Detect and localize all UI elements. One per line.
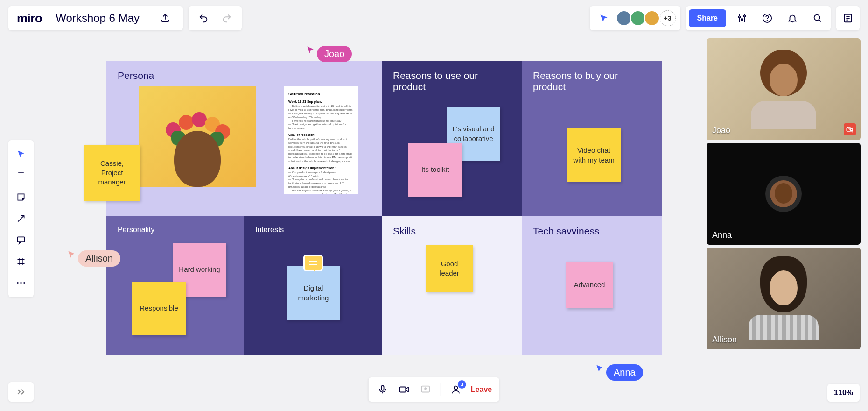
notifications-icon[interactable] [783, 9, 802, 28]
mic-icon[interactable] [376, 383, 389, 396]
camera-off-icon [844, 123, 856, 135]
svg-point-4 [767, 21, 768, 21]
expand-panel-icon[interactable] [8, 382, 34, 402]
video-panel: Joao Anna Allison [707, 38, 861, 349]
user-avatar-2[interactable] [630, 10, 646, 26]
comment-icon[interactable] [303, 255, 323, 271]
leave-button[interactable]: Leave [471, 385, 492, 394]
cursor-joao: Joao [306, 37, 352, 62]
actions-bar: Share [686, 6, 831, 30]
user-avatar-1[interactable] [616, 10, 632, 26]
history-controls [189, 6, 242, 30]
svg-point-5 [814, 15, 820, 21]
share-button[interactable]: Share [689, 9, 726, 27]
frame-title: Interests [255, 226, 371, 234]
sticky-cassie[interactable]: Cassie, Project manager [84, 145, 140, 201]
screenshare-icon[interactable] [419, 383, 432, 396]
settings-icon[interactable] [733, 9, 751, 28]
divider [149, 11, 149, 25]
more-tools[interactable] [11, 274, 31, 292]
divider [441, 383, 441, 396]
svg-point-9 [20, 282, 22, 284]
svg-rect-12 [400, 387, 406, 392]
camera-icon[interactable] [398, 383, 411, 396]
export-icon[interactable] [156, 9, 175, 28]
undo-icon[interactable] [194, 9, 213, 28]
svg-point-0 [739, 16, 741, 18]
cursor-allison: Allison [67, 242, 120, 267]
svg-point-2 [744, 15, 746, 17]
text-tool[interactable] [11, 166, 31, 185]
search-icon[interactable] [808, 9, 827, 28]
sticky-advanced[interactable]: Advanced [566, 262, 613, 308]
sticky-videochat[interactable]: Video chat with my team [567, 128, 621, 182]
canvas[interactable]: Persona Solution research Week 19-23 Sep… [106, 61, 662, 355]
extra-users-count[interactable]: +3 [660, 10, 676, 26]
svg-point-1 [741, 19, 743, 21]
svg-point-8 [17, 282, 19, 284]
cursor-mode-icon[interactable] [595, 9, 613, 28]
toolbar [8, 140, 34, 297]
help-icon[interactable] [758, 9, 777, 28]
participants-count: 3 [458, 380, 466, 389]
frame-title: Tech savviness [533, 226, 651, 237]
zoom-level[interactable]: 110% [827, 384, 860, 402]
svg-point-10 [23, 282, 25, 284]
frame-title: Reasons to use our product [393, 70, 511, 92]
video-tile-allison[interactable]: Allison [707, 248, 861, 349]
frame-persona[interactable]: Persona Solution research Week 19-23 Sep… [106, 61, 382, 216]
notes-panel-toggle[interactable] [836, 6, 860, 30]
user-avatar-3[interactable] [644, 10, 660, 26]
frame-title: Persona [118, 70, 371, 81]
svg-rect-11 [381, 386, 384, 390]
select-tool[interactable] [11, 145, 31, 163]
frame-title: Skills [393, 226, 511, 237]
cursor-anna: Anna [595, 356, 643, 381]
persona-image[interactable] [139, 86, 256, 187]
svg-point-14 [454, 386, 457, 390]
comment-tool[interactable] [11, 231, 31, 249]
svg-rect-7 [18, 237, 25, 242]
board-header: miro Workshop 6 May [8, 6, 183, 30]
call-controls: 3 Leave [369, 377, 499, 402]
frame-title: Reasons to buy our product [533, 70, 651, 92]
video-tile-anna[interactable]: Anna [707, 143, 861, 245]
divider [49, 11, 49, 25]
miro-logo[interactable]: miro [17, 11, 42, 26]
frame-title: Personality [118, 226, 233, 234]
frame-tool[interactable] [11, 252, 31, 271]
presence-bar: +3 [590, 6, 680, 30]
sticky-leader[interactable]: Good leader [426, 245, 473, 292]
video-tile-joao[interactable]: Joao [707, 38, 861, 140]
participants-icon[interactable]: 3 [449, 383, 462, 396]
sticky-responsible[interactable]: Responsible [132, 282, 186, 335]
sticky-toolkit[interactable]: Its toolkit [408, 143, 462, 197]
arrow-tool[interactable] [11, 209, 31, 228]
sticky-note-tool[interactable] [11, 188, 31, 206]
redo-icon[interactable] [217, 9, 236, 28]
research-doc[interactable]: Solution research Week 19-23 Sep plan: —… [284, 86, 358, 194]
board-title[interactable]: Workshop 6 May [56, 12, 142, 25]
